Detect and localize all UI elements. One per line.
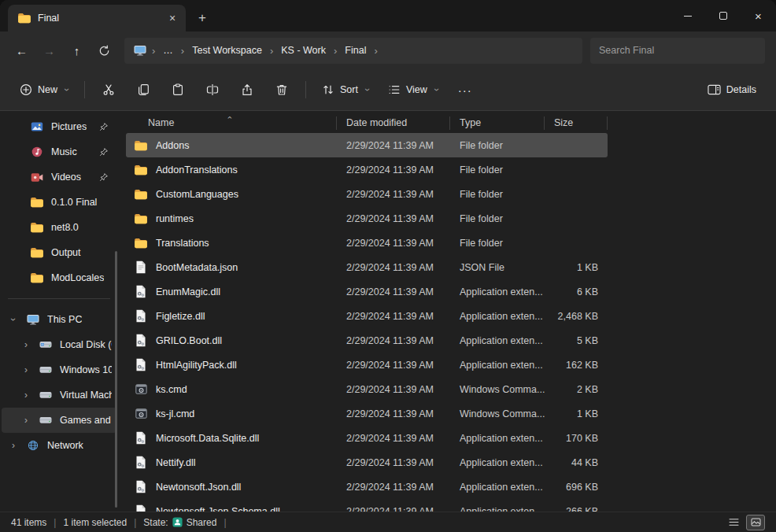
share-button[interactable] [231,76,264,104]
thumbnail-view-button[interactable] [746,515,765,530]
file-name: Nettify.dll [156,457,195,468]
sidebar-item-net8-0[interactable]: net8.0 [2,215,116,240]
maximize-button[interactable] [705,0,741,31]
file-date-modified: 2/29/2024 11:39 AM [337,189,450,200]
breadcrumb-item-test-workspace[interactable]: Test Workspace [187,42,268,59]
details-button[interactable]: Details [699,76,765,104]
breadcrumb-item-ks-work[interactable]: KS - Work [275,42,331,59]
file-row-translations[interactable]: Translations2/29/2024 11:39 AMFile folde… [126,231,608,255]
file-date-modified: 2/29/2024 11:39 AM [337,213,450,224]
column-header-size[interactable]: Size [545,116,608,130]
file-row-ks-jl-cmd[interactable]: ks-jl.cmd2/29/2024 11:39 AMWindows Comma… [126,401,608,426]
folder-icon [134,213,148,224]
sidebar-item-network[interactable]: ›Network [2,433,116,458]
new-tab-button[interactable]: + [192,8,212,28]
sidebar-item-music[interactable]: Music [2,139,116,164]
cut-button[interactable] [92,76,125,104]
breadcrumb-ellipsis[interactable]: … [157,42,179,59]
share-icon [241,83,253,96]
search-input[interactable] [599,45,756,56]
folder-icon [134,189,148,200]
sidebar-item-virtual-machin[interactable]: ›Virtual Machin [2,382,116,408]
file-row-grilo-boot-dll[interactable]: GRILO.Boot.dll2/29/2024 11:39 AMApplicat… [126,328,608,353]
file-row-newtonsoft-json-schema-dll[interactable]: Newtonsoft.Json.Schema.dll2/29/2024 11:3… [126,499,608,512]
file-row-newtonsoft-json-dll[interactable]: Newtonsoft.Json.dll2/29/2024 11:39 AMApp… [126,475,608,499]
file-date-modified: 2/29/2024 11:39 AM [337,384,450,395]
selection-count: 1 item selected [63,517,127,528]
file-name: ks-jl.cmd [156,408,194,419]
sort-button[interactable]: Sort › [313,76,378,104]
sort-button-label: Sort [340,84,358,95]
more-button[interactable]: ··· [449,76,482,104]
back-button[interactable]: ← [8,38,35,64]
minimize-button[interactable] [670,0,705,31]
sidebar-item-videos[interactable]: Videos [2,164,116,190]
sidebar-item-this-pc[interactable]: ›This PC [2,307,116,332]
column-header-type[interactable]: Type [450,116,545,130]
file-type: Application exten... [450,482,545,493]
list-view-icon [729,518,739,526]
sidebar-item-local-disk-c[interactable]: ›Local Disk (C:) [2,332,116,357]
file-size: 44 KB [545,457,608,468]
copy-button[interactable] [127,76,160,104]
rename-button[interactable] [196,76,229,104]
sidebar-item-output[interactable]: Output [2,240,116,265]
address-bar[interactable]: ›…›Test Workspace›KS - Work›Final› [124,38,582,64]
new-button[interactable]: New › [11,76,77,104]
main-area: PicturesMusicVideos0.1.0 Finalnet8.0Outp… [0,111,776,512]
refresh-icon [98,45,110,57]
up-button[interactable]: ↑ [63,38,91,64]
sidebar-item-0-1-0-final[interactable]: 0.1.0 Final [2,190,116,215]
command-bar: New › Sort › View › [0,69,776,111]
close-button[interactable]: × [741,0,776,31]
sidebar-item-label: Games and We [60,415,112,426]
sidebar-quick-section: PicturesMusicVideos0.1.0 Finalnet8.0Outp… [0,114,118,290]
delete-button[interactable] [265,76,298,104]
dll-icon [134,456,148,469]
tab-final[interactable]: Final × [8,5,186,31]
file-row-addontranslations[interactable]: AddonTranslations2/29/2024 11:39 AMFile … [126,157,608,182]
cmd-icon [134,408,148,419]
sidebar-item-label: Network [47,440,83,451]
sidebar-item-pictures[interactable]: Pictures [2,114,116,139]
file-row-bootmetadata-json[interactable]: BootMetadata.json2/29/2024 11:39 AMJSON … [126,255,608,279]
pin-icon [99,122,109,131]
file-row-ks-cmd[interactable]: ks.cmd2/29/2024 11:39 AMWindows Comma...… [126,377,608,401]
file-row-microsoft-data-sqlite-dll[interactable]: Microsoft.Data.Sqlite.dll2/29/2024 11:39… [126,426,608,450]
file-name: HtmlAgilityPack.dll [156,360,237,371]
file-size: 2 KB [545,384,608,395]
folder-icon [134,238,148,249]
refresh-button[interactable] [91,38,118,64]
file-row-enummagic-dll[interactable]: EnumMagic.dll2/29/2024 11:39 AMApplicati… [126,279,608,304]
sidebar-item-games-and-we[interactable]: ›Games and We [2,408,116,433]
chevron-down-icon: › [8,314,19,325]
sidebar-item-modlocales[interactable]: ModLocales [2,265,116,290]
chevron-right-icon: › [150,45,157,57]
column-header-date[interactable]: Date modified [337,116,450,130]
view-button[interactable]: View › [379,76,447,104]
breadcrumb-item-final[interactable]: Final [339,42,371,59]
forward-button[interactable]: → [35,38,63,64]
tab-close-button[interactable]: × [164,9,181,27]
column-header-name[interactable]: › Name [126,116,337,130]
sidebar-item-windows-10-d[interactable]: ›Windows 10 (D [2,357,116,382]
drive-icon [39,366,53,374]
file-row-nettify-dll[interactable]: Nettify.dll2/29/2024 11:39 AMApplication… [126,450,608,475]
column-label-name: Name [148,117,174,128]
sidebar-scrollbar[interactable] [115,251,117,508]
separator: | [134,517,136,528]
file-row-htmlagilitypack-dll[interactable]: HtmlAgilityPack.dll2/29/2024 11:39 AMApp… [126,353,608,377]
file-type: File folder [450,213,545,224]
file-date-modified: 2/29/2024 11:39 AM [337,140,450,151]
details-view-button[interactable] [724,515,743,530]
separator: | [224,517,226,528]
monitor-icon [134,45,146,56]
sidebar-item-label: Output [51,247,81,258]
file-row-customlanguages[interactable]: CustomLanguages2/29/2024 11:39 AMFile fo… [126,182,608,206]
file-row-addons[interactable]: Addons2/29/2024 11:39 AMFile folder [126,133,608,157]
file-date-modified: 2/29/2024 11:39 AM [337,238,450,249]
file-row-figletize-dll[interactable]: Figletize.dll2/29/2024 11:39 AMApplicati… [126,304,608,328]
items-count: 41 items [11,517,46,528]
paste-button[interactable] [161,76,194,104]
file-row-runtimes[interactable]: runtimes2/29/2024 11:39 AMFile folder [126,206,608,231]
